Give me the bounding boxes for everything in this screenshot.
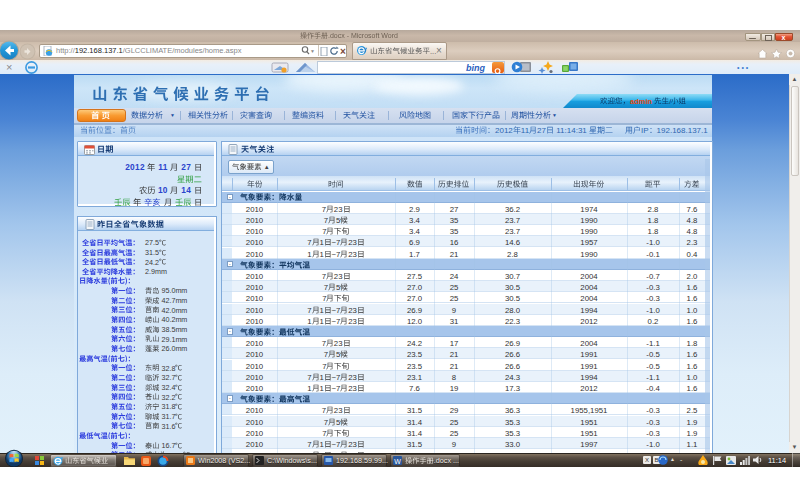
- svg-text:W: W: [394, 458, 401, 465]
